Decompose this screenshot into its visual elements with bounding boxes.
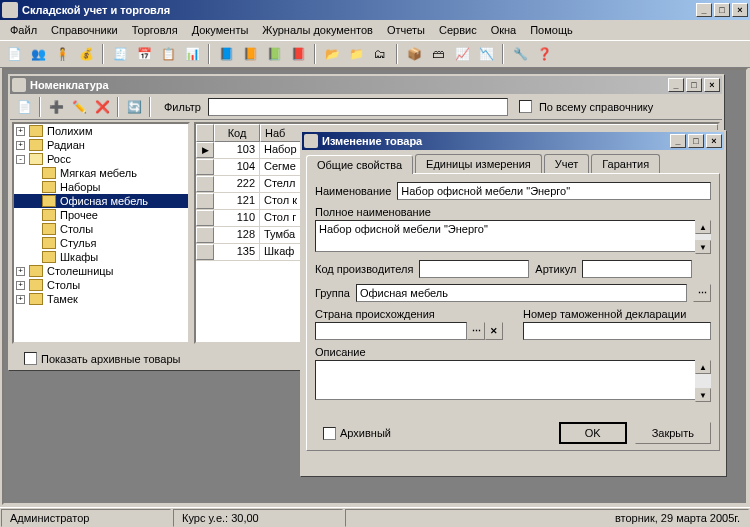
menu-file[interactable]: Файл — [4, 22, 43, 38]
edit-minimize-button[interactable]: _ — [670, 134, 686, 148]
row-selector[interactable] — [196, 176, 214, 192]
toolbar-btn-17[interactable]: 🗃 — [428, 44, 448, 64]
tree-toggle-icon[interactable]: + — [16, 127, 25, 136]
menu-trade[interactable]: Торговля — [126, 22, 184, 38]
article-input[interactable] — [582, 260, 692, 278]
nom-maximize-button[interactable]: □ — [686, 78, 702, 92]
desc-input[interactable] — [315, 360, 711, 400]
tab-warranty[interactable]: Гарантия — [591, 154, 660, 173]
tree-item[interactable]: +Столешницы — [14, 264, 188, 278]
toolbar-btn-13[interactable]: 📂 — [322, 44, 342, 64]
nom-new-button[interactable]: 📄 — [14, 97, 34, 117]
group-input[interactable] — [356, 284, 687, 302]
desc-scroll-track[interactable] — [695, 374, 711, 388]
toolbar-btn-6[interactable]: 📅 — [134, 44, 154, 64]
toolbar-btn-18[interactable]: 📈 — [452, 44, 472, 64]
edit-maximize-button[interactable]: □ — [688, 134, 704, 148]
toolbar-btn-2[interactable]: 👥 — [28, 44, 48, 64]
desc-scroll-up[interactable]: ▲ — [695, 360, 711, 374]
show-archive-checkbox[interactable] — [24, 352, 37, 365]
tree-item[interactable]: +Полихим — [14, 124, 188, 138]
tree-item[interactable]: +Столы — [14, 278, 188, 292]
row-selector[interactable] — [196, 227, 214, 243]
nom-minimize-button[interactable]: _ — [668, 78, 684, 92]
toolbar-btn-12[interactable]: 📕 — [288, 44, 308, 64]
tab-units[interactable]: Единицы измерения — [415, 154, 542, 173]
toolbar-btn-9[interactable]: 📘 — [216, 44, 236, 64]
tree-item[interactable]: -Росс — [14, 152, 188, 166]
close-button[interactable]: × — [732, 3, 748, 17]
country-lookup-button[interactable]: ⋯ — [467, 322, 485, 340]
row-selector[interactable] — [196, 244, 214, 260]
toolbar-btn-3[interactable]: 🧍 — [52, 44, 72, 64]
tab-general[interactable]: Общие свойства — [306, 155, 413, 174]
country-input[interactable] — [315, 322, 467, 340]
nomenclature-titlebar[interactable]: Номенклатура _ □ × — [10, 76, 722, 94]
menu-journals[interactable]: Журналы документов — [256, 22, 379, 38]
grid-header-code[interactable]: Код — [214, 124, 260, 142]
menu-documents[interactable]: Документы — [186, 22, 255, 38]
nom-add-button[interactable]: ➕ — [46, 97, 66, 117]
toolbar-btn-20[interactable]: 🔧 — [510, 44, 530, 64]
country-clear-button[interactable]: ✕ — [485, 322, 503, 340]
tree-item[interactable]: Столы — [14, 222, 188, 236]
all-ref-checkbox[interactable] — [519, 100, 532, 113]
tree-toggle-icon[interactable]: + — [16, 295, 25, 304]
toolbar-btn-7[interactable]: 📋 — [158, 44, 178, 64]
tree-item[interactable]: +Тамек — [14, 292, 188, 306]
toolbar-btn-15[interactable]: 🗂 — [370, 44, 390, 64]
name-input[interactable] — [397, 182, 711, 200]
tree-toggle-icon[interactable]: + — [16, 267, 25, 276]
customs-input[interactable] — [523, 322, 711, 340]
nom-refresh-button[interactable]: 🔄 — [124, 97, 144, 117]
tree-item[interactable]: Стулья — [14, 236, 188, 250]
fullname-scroll-up[interactable]: ▲ — [695, 220, 711, 234]
row-selector[interactable] — [196, 193, 214, 209]
toolbar-btn-16[interactable]: 📦 — [404, 44, 424, 64]
toolbar-btn-21[interactable]: ❓ — [534, 44, 554, 64]
tree-item[interactable]: Офисная мебель — [14, 194, 188, 208]
close-button[interactable]: Закрыть — [635, 422, 711, 444]
nom-delete-button[interactable]: ❌ — [92, 97, 112, 117]
nom-close-button[interactable]: × — [704, 78, 720, 92]
menu-references[interactable]: Справочники — [45, 22, 124, 38]
tree-toggle-icon[interactable]: + — [16, 141, 25, 150]
nom-edit-button[interactable]: ✏️ — [69, 97, 89, 117]
mfrcode-input[interactable] — [419, 260, 529, 278]
minimize-button[interactable]: _ — [696, 3, 712, 17]
tree-item[interactable]: Мягкая мебель — [14, 166, 188, 180]
menu-service[interactable]: Сервис — [433, 22, 483, 38]
filter-input[interactable] — [208, 98, 508, 116]
tree-toggle-icon[interactable]: - — [16, 155, 25, 164]
fullname-scroll-down[interactable]: ▼ — [695, 240, 711, 254]
tree-item[interactable]: Прочее — [14, 208, 188, 222]
tree-item[interactable]: Наборы — [14, 180, 188, 194]
row-selector[interactable] — [196, 159, 214, 175]
tree-toggle-icon[interactable]: + — [16, 281, 25, 290]
menu-windows[interactable]: Окна — [485, 22, 523, 38]
toolbar-btn-14[interactable]: 📁 — [346, 44, 366, 64]
toolbar-btn-19[interactable]: 📉 — [476, 44, 496, 64]
tree-panel[interactable]: +Полихим+Радиан-РоссМягкая мебельНаборыО… — [12, 122, 190, 344]
group-lookup-button[interactable]: ⋯ — [693, 284, 711, 302]
edit-titlebar[interactable]: Изменение товара _ □ × — [302, 132, 724, 150]
toolbar-btn-11[interactable]: 📗 — [264, 44, 284, 64]
maximize-button[interactable]: □ — [714, 3, 730, 17]
tab-accounting[interactable]: Учет — [544, 154, 590, 173]
toolbar-btn-5[interactable]: 🧾 — [110, 44, 130, 64]
row-selector[interactable]: ▶ — [196, 142, 214, 158]
row-selector[interactable] — [196, 210, 214, 226]
tree-item[interactable]: +Радиан — [14, 138, 188, 152]
edit-close-button[interactable]: × — [706, 134, 722, 148]
menu-help[interactable]: Помощь — [524, 22, 579, 38]
menu-reports[interactable]: Отчеты — [381, 22, 431, 38]
fullname-input[interactable] — [315, 220, 711, 252]
toolbar-btn-8[interactable]: 📊 — [182, 44, 202, 64]
tree-item[interactable]: Шкафы — [14, 250, 188, 264]
archive-checkbox[interactable] — [323, 427, 336, 440]
toolbar-btn-4[interactable]: 💰 — [76, 44, 96, 64]
ok-button[interactable]: OK — [559, 422, 627, 444]
desc-scroll-down[interactable]: ▼ — [695, 388, 711, 402]
toolbar-btn-1[interactable]: 📄 — [4, 44, 24, 64]
toolbar-btn-10[interactable]: 📙 — [240, 44, 260, 64]
